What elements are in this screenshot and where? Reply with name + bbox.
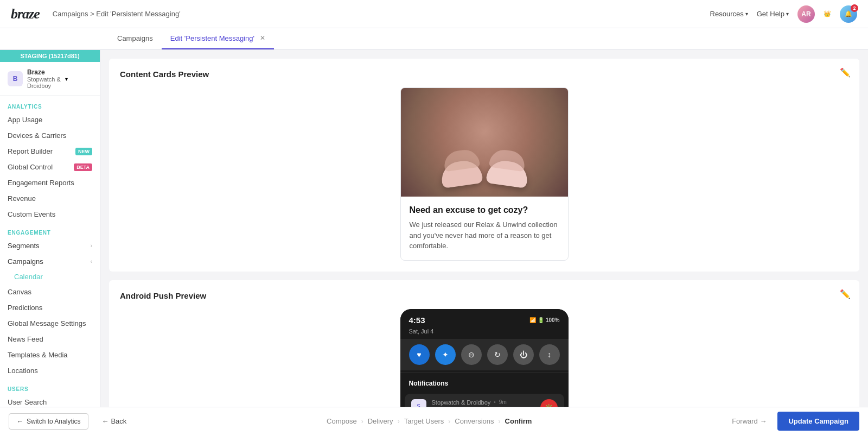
step-sep-2: ›: [398, 418, 400, 425]
android-date: Sat, Jul 4: [409, 328, 434, 335]
back-button[interactable]: ← Back: [95, 413, 133, 429]
campaigns-chevron: ‹: [91, 259, 92, 264]
workspace-info[interactable]: B Braze Stopwatch &Droidboy ▾: [0, 62, 100, 96]
sidebar-item-revenue[interactable]: Revenue: [0, 191, 100, 206]
sidebar-item-predictions[interactable]: Predictions: [0, 300, 100, 316]
android-status-bar: 4:53 📶🔋100%: [400, 309, 569, 327]
notification-header: Stopwatch & Droidboy • 9m: [432, 399, 535, 406]
resources-link[interactable]: Resources ▾: [710, 10, 748, 18]
workspace-icon: B: [8, 71, 23, 86]
content-card-image: [401, 88, 568, 197]
content-card: Need an excuse to get cozy? We just rele…: [400, 87, 569, 261]
step-delivery[interactable]: Delivery: [368, 417, 393, 425]
sidebar-item-user-search[interactable]: User Search: [0, 394, 100, 407]
sidebar-subitem-calendar[interactable]: Calendar: [0, 269, 100, 284]
sidebar-item-global-control[interactable]: Global Control BETA: [0, 159, 100, 175]
switch-to-analytics-button[interactable]: ← Switch to Analytics: [9, 413, 88, 430]
content-cards-preview-section: Content Cards Preview ✏️: [109, 59, 859, 272]
android-divider: [400, 373, 569, 373]
step-conversions[interactable]: Conversions: [455, 417, 494, 425]
android-push-preview-section: Android Push Preview ✏️ 4:53 📶🔋100% Sat,…: [109, 280, 859, 407]
tabs-bar: Campaigns Edit 'Persistent Messaging' ✕: [0, 28, 868, 50]
help-chevron: ▾: [786, 11, 789, 17]
main-content: Content Cards Preview ✏️: [100, 50, 868, 407]
workspace-name: Stopwatch &Droidboy: [27, 76, 61, 89]
sidebar-item-templates-media[interactable]: Templates & Media: [0, 347, 100, 363]
bluetooth-icon-btn[interactable]: ✦: [435, 344, 456, 365]
user-avatar[interactable]: AR: [797, 5, 815, 23]
step-compose[interactable]: Compose: [327, 417, 357, 425]
dnd-icon-btn[interactable]: ⊖: [461, 344, 482, 365]
notification-emoji-icon: ✳️: [540, 399, 558, 407]
crown-icon: 👑: [824, 10, 831, 17]
content-card-text: We just released our Relax & Unwind coll…: [410, 219, 559, 251]
android-push-edit-icon[interactable]: ✏️: [840, 289, 851, 299]
sidebar-item-report-builder[interactable]: Report Builder NEW: [0, 143, 100, 159]
step-sep-4: ›: [499, 418, 501, 425]
braze-logo: braze: [11, 6, 40, 22]
android-status-icons: 📶🔋100%: [529, 317, 560, 323]
update-campaign-button[interactable]: Update Campaign: [777, 412, 859, 431]
tab-campaigns[interactable]: Campaigns: [108, 28, 162, 49]
top-nav-right: Resources ▾ Get Help ▾ AR 👑 🔔 2: [710, 5, 857, 23]
beta-badge: BETA: [74, 163, 92, 171]
content-card-body: Need an excuse to get cozy? We just rele…: [401, 197, 568, 260]
engagement-section-label: ENGAGEMENT: [0, 222, 100, 238]
step-target-users[interactable]: Target Users: [404, 417, 444, 425]
android-notifications-label: Notifications: [400, 375, 569, 392]
sidebar-item-custom-events[interactable]: Custom Events: [0, 206, 100, 222]
content-cards-edit-icon[interactable]: ✏️: [840, 67, 851, 78]
get-help-link[interactable]: Get Help ▾: [757, 10, 789, 18]
android-push-preview-title: Android Push Preview: [120, 291, 848, 300]
sidebar-item-news-feed[interactable]: News Feed: [0, 331, 100, 347]
steps-navigation: Compose › Delivery › Target Users › Conv…: [133, 417, 725, 425]
android-phone-preview: 4:53 📶🔋100% Sat, Jul 4 ♥ ✦ ⊖ ↻ ⏻ ↕: [400, 309, 569, 407]
content-card-title: Need an excuse to get cozy?: [410, 205, 559, 215]
app-icon: S: [411, 399, 426, 407]
top-nav: braze Campaigns > Edit 'Persistent Messa…: [0, 0, 868, 28]
notification-content: Stopwatch & Droidboy • 9m Need an excuse…: [432, 399, 535, 407]
analytics-section-label: ANALYTICS: [0, 96, 100, 112]
left-arrow-icon: ←: [17, 418, 23, 425]
segments-chevron: ›: [91, 243, 92, 249]
android-date-row: Sat, Jul 4: [400, 327, 569, 339]
wifi-icon-btn[interactable]: ♥: [409, 344, 430, 365]
breadcrumb: Campaigns > Edit 'Persistent Messaging': [53, 10, 710, 18]
notification-badge: 2: [851, 4, 858, 12]
android-quick-settings: ♥ ✦ ⊖ ↻ ⏻ ↕: [400, 339, 569, 370]
sidebar-item-campaigns[interactable]: Campaigns ‹: [0, 254, 100, 269]
sidebar-item-segments[interactable]: Segments ›: [0, 238, 100, 254]
step-sep-3: ›: [448, 418, 450, 425]
users-section-label: USERS: [0, 379, 100, 394]
brand-name: Braze: [27, 68, 61, 76]
sidebar-item-locations[interactable]: Locations: [0, 363, 100, 379]
rotate-icon-btn[interactable]: ↻: [487, 344, 508, 365]
body-layout: STAGING (15217d81) B Braze Stopwatch &Dr…: [0, 50, 868, 407]
sound-icon-btn[interactable]: ↕: [539, 344, 560, 365]
resources-chevron: ▾: [745, 11, 748, 17]
tab-close-icon[interactable]: ✕: [260, 34, 265, 42]
android-notification: S Stopwatch & Droidboy • 9m Need an excu…: [405, 394, 564, 407]
battery-icon-btn[interactable]: ⏻: [513, 344, 534, 365]
bottom-bar: ← Switch to Analytics ← Back Compose › D…: [0, 407, 868, 435]
sidebar-item-devices-carriers[interactable]: Devices & Carriers: [0, 128, 100, 143]
step-sep-1: ›: [361, 418, 363, 425]
android-time: 4:53: [409, 316, 425, 325]
sidebar-item-canvas[interactable]: Canvas: [0, 284, 100, 300]
sidebar-item-global-message-settings[interactable]: Global Message Settings: [0, 316, 100, 331]
staging-banner: STAGING (15217d81): [0, 50, 100, 62]
workspace-chevron: ▾: [65, 76, 68, 82]
forward-arrow-icon: →: [760, 417, 767, 425]
forward-button[interactable]: Forward →: [725, 413, 773, 429]
sidebar-item-app-usage[interactable]: App Usage: [0, 112, 100, 128]
notification-bell[interactable]: 🔔 2: [840, 5, 857, 23]
notification-dot: •: [494, 399, 496, 405]
notification-app-name: Stopwatch & Droidboy: [432, 399, 491, 406]
sidebar-item-engagement-reports[interactable]: Engagement Reports: [0, 175, 100, 191]
tab-edit-campaign[interactable]: Edit 'Persistent Messaging' ✕: [162, 28, 274, 49]
step-confirm[interactable]: Confirm: [505, 417, 532, 425]
content-cards-preview-title: Content Cards Preview: [120, 70, 848, 79]
sidebar: STAGING (15217d81) B Braze Stopwatch &Dr…: [0, 50, 100, 407]
notification-time: 9m: [499, 399, 507, 405]
new-badge: NEW: [75, 148, 92, 155]
